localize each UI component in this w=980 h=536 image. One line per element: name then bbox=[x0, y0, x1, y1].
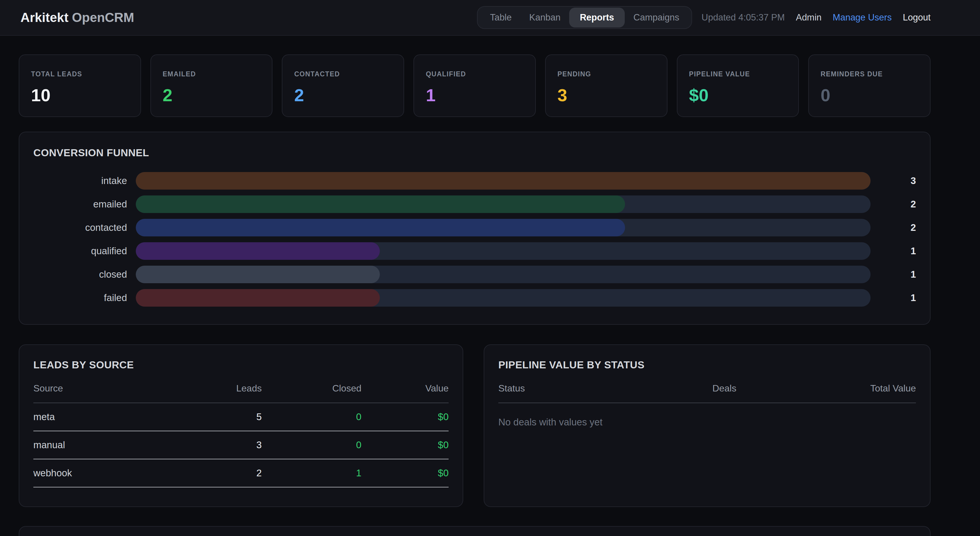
funnel-track bbox=[136, 266, 870, 283]
stat-card-pending: PENDING 3 bbox=[545, 54, 668, 117]
admin-link[interactable]: Admin bbox=[796, 12, 822, 23]
table-row-webhook: webhook 2 1 $0 bbox=[33, 459, 449, 487]
conversion-funnel-chart: intake 3 emailed 2 contacted 2 qualified… bbox=[33, 172, 916, 307]
stat-label: TOTAL LEADS bbox=[31, 70, 129, 78]
tab-campaigns[interactable]: Campaigns bbox=[625, 8, 688, 27]
table-row-manual: manual 3 0 $0 bbox=[33, 431, 449, 459]
funnel-track bbox=[136, 289, 870, 307]
view-switcher: Table Kanban Reports Campaigns bbox=[477, 6, 692, 29]
funnel-label: closed bbox=[33, 269, 127, 280]
cell-value: $0 bbox=[361, 431, 449, 459]
col-deals: Deals bbox=[686, 383, 736, 403]
app-title: ArkitektOpenCRM bbox=[21, 10, 134, 25]
cell-source: meta bbox=[33, 403, 200, 431]
funnel-label: contacted bbox=[33, 222, 127, 233]
col-leads: Leads bbox=[200, 383, 262, 403]
leads-by-source-title: LEADS BY SOURCE bbox=[33, 359, 449, 371]
table-row-meta: meta 5 0 $0 bbox=[33, 403, 449, 431]
manage-users-link[interactable]: Manage Users bbox=[833, 12, 892, 23]
funnel-count: 2 bbox=[870, 222, 916, 233]
funnel-count: 2 bbox=[870, 199, 916, 210]
funnel-label: intake bbox=[33, 175, 127, 186]
bottom-panels: LEADS BY SOURCE Source Leads Closed Valu… bbox=[19, 344, 931, 507]
cell-closed: 0 bbox=[262, 403, 361, 431]
conversion-funnel-title: CONVERSION FUNNEL bbox=[33, 147, 916, 159]
table-header-row: Source Leads Closed Value bbox=[33, 383, 449, 403]
funnel-label: qualified bbox=[33, 245, 127, 257]
stat-label: EMAILED bbox=[163, 70, 261, 78]
funnel-label: failed bbox=[33, 292, 127, 304]
funnel-bar-contacted bbox=[136, 219, 625, 236]
cell-value: $0 bbox=[361, 403, 449, 431]
stat-value: 2 bbox=[163, 85, 261, 105]
stat-label: QUALIFIED bbox=[426, 70, 523, 78]
funnel-row-failed: failed 1 bbox=[33, 289, 916, 307]
funnel-row-intake: intake 3 bbox=[33, 172, 916, 189]
cell-closed: 1 bbox=[262, 459, 361, 487]
stat-card-reminders-due: REMINDERS DUE 0 bbox=[808, 54, 931, 117]
reports-view: TOTAL LEADS 10 EMAILED 2 CONTACTED 2 QUA… bbox=[0, 54, 980, 536]
pipeline-value-by-status-card: PIPELINE VALUE BY STATUS Status Deals To… bbox=[484, 344, 931, 507]
funnel-count: 1 bbox=[870, 245, 916, 257]
next-section-card-clipped bbox=[19, 526, 931, 536]
funnel-track bbox=[136, 219, 870, 236]
updated-timestamp: Updated 4:05:37 PM bbox=[702, 12, 784, 23]
top-nav: ArkitektOpenCRM Table Kanban Reports Cam… bbox=[0, 0, 980, 36]
stat-label: REMINDERS DUE bbox=[821, 70, 918, 78]
stat-value: 1 bbox=[426, 85, 523, 105]
funnel-count: 1 bbox=[870, 292, 916, 304]
logout-link[interactable]: Logout bbox=[903, 12, 931, 23]
tab-kanban[interactable]: Kanban bbox=[520, 8, 570, 27]
funnel-label: emailed bbox=[33, 199, 127, 210]
app-title-secondary: OpenCRM bbox=[72, 10, 134, 25]
cell-source: manual bbox=[33, 431, 200, 459]
pipeline-value-title: PIPELINE VALUE BY STATUS bbox=[498, 359, 916, 371]
tab-table[interactable]: Table bbox=[481, 8, 520, 27]
cell-closed: 0 bbox=[262, 431, 361, 459]
funnel-track bbox=[136, 242, 870, 260]
cell-value: $0 bbox=[361, 459, 449, 487]
funnel-bar-qualified bbox=[136, 242, 380, 260]
col-value: Value bbox=[361, 383, 449, 403]
app-title-primary: Arkitekt bbox=[21, 10, 68, 25]
stat-value: 2 bbox=[294, 85, 392, 105]
stat-value: 3 bbox=[557, 85, 655, 105]
funnel-row-contacted: contacted 2 bbox=[33, 219, 916, 236]
stat-value: 10 bbox=[31, 85, 129, 105]
stat-value: 0 bbox=[821, 85, 918, 105]
funnel-bar-emailed bbox=[136, 196, 625, 213]
funnel-track bbox=[136, 196, 870, 213]
stat-card-contacted: CONTACTED 2 bbox=[282, 54, 404, 117]
stat-card-pipeline-value: PIPELINE VALUE $0 bbox=[677, 54, 799, 117]
tab-reports[interactable]: Reports bbox=[569, 8, 624, 27]
stats-row: TOTAL LEADS 10 EMAILED 2 CONTACTED 2 QUA… bbox=[19, 54, 931, 117]
funnel-bar-intake bbox=[136, 172, 870, 189]
funnel-row-emailed: emailed 2 bbox=[33, 196, 916, 213]
stat-card-emailed: EMAILED 2 bbox=[150, 54, 273, 117]
funnel-count: 3 bbox=[870, 175, 916, 186]
col-total-value: Total Value bbox=[736, 383, 916, 403]
stat-label: PENDING bbox=[557, 70, 655, 78]
funnel-count: 1 bbox=[870, 269, 916, 280]
stat-card-total-leads: TOTAL LEADS 10 bbox=[19, 54, 141, 117]
funnel-row-qualified: qualified 1 bbox=[33, 242, 916, 260]
col-closed: Closed bbox=[262, 383, 361, 403]
cell-leads: 2 bbox=[200, 459, 262, 487]
cell-source: webhook bbox=[33, 459, 200, 487]
col-status: Status bbox=[498, 383, 686, 403]
col-source: Source bbox=[33, 383, 200, 403]
stat-value: $0 bbox=[689, 85, 787, 105]
empty-state-message: No deals with values yet bbox=[498, 417, 916, 428]
cell-leads: 3 bbox=[200, 431, 262, 459]
funnel-bar-failed bbox=[136, 289, 380, 307]
funnel-bar-closed bbox=[136, 266, 380, 283]
stat-label: CONTACTED bbox=[294, 70, 392, 78]
table-header-row: Status Deals Total Value bbox=[498, 383, 916, 403]
leads-by-source-card: LEADS BY SOURCE Source Leads Closed Valu… bbox=[19, 344, 463, 507]
stat-label: PIPELINE VALUE bbox=[689, 70, 787, 78]
stat-card-qualified: QUALIFIED 1 bbox=[414, 54, 536, 117]
pipeline-value-table: Status Deals Total Value bbox=[498, 383, 916, 403]
leads-by-source-table: Source Leads Closed Value meta 5 0 $0 ma… bbox=[33, 383, 449, 487]
funnel-track bbox=[136, 172, 870, 189]
conversion-funnel-card: CONVERSION FUNNEL intake 3 emailed 2 con… bbox=[19, 132, 931, 325]
